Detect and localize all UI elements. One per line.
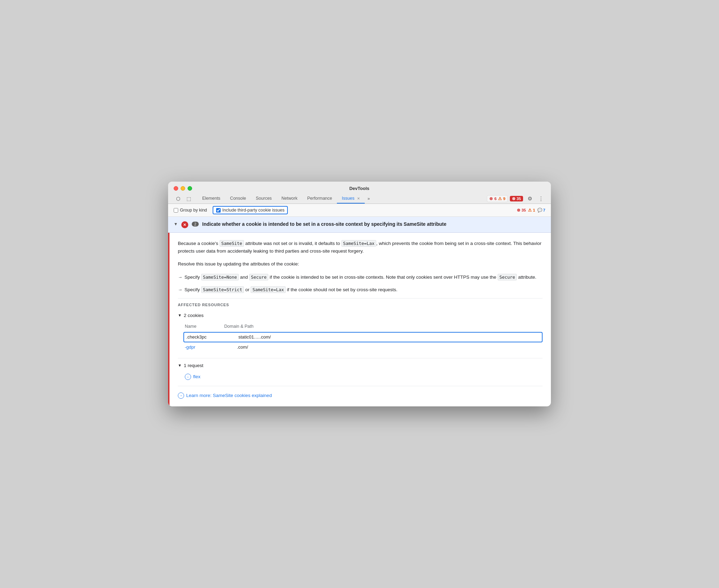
secure-code-1: Secure [249, 274, 268, 280]
window-title: DevTools [198, 186, 521, 191]
filter-warning-icon: ⚠ [528, 208, 532, 213]
include-third-party-input[interactable] [216, 208, 221, 213]
cookie-row-2[interactable]: -gdpr .com/ [183, 342, 543, 352]
samesite-lax-code: SameSite=Lax [341, 240, 376, 247]
cookies-collapsible[interactable]: ▼ 2 cookies [178, 312, 543, 319]
tab-issues[interactable]: Issues ✕ [337, 194, 365, 204]
error-count: 6 [494, 197, 496, 201]
group-by-kind-checkbox[interactable]: Group by kind [174, 208, 207, 213]
filter-error-count: ⊗ 35 [517, 208, 526, 213]
request-flex-link[interactable]: ↓ flex [185, 373, 543, 381]
request-collapsible[interactable]: ▼ 1 request [178, 362, 543, 370]
divider-3 [178, 386, 543, 386]
bullet-1-text: Specify SameSite=None and Secure if the … [184, 273, 536, 281]
cookie-1-name: .check3pc [186, 334, 228, 341]
group-by-kind-input[interactable] [174, 208, 178, 213]
learn-more-link[interactable]: → Learn more: SameSite cookies explained [178, 392, 543, 399]
tab-elements[interactable]: Elements [197, 194, 225, 204]
bullet-1: → Specify SameSite=None and Secure if th… [178, 273, 543, 281]
group-by-kind-label: Group by kind [180, 208, 207, 213]
tab-console[interactable]: Console [225, 194, 251, 204]
cookies-count-label: 2 cookies [184, 312, 204, 319]
error-badge-icon: ⊗ [512, 196, 515, 201]
samesite-none-code: SameSite=None [201, 274, 239, 280]
col-name-header: Name [185, 323, 196, 330]
cookie-table-header: Name Domain & Path [183, 323, 543, 330]
toolbar-right: ⊗ 6 ⚠ 9 ⊗ 35 ⚙ ⋮ [487, 194, 545, 203]
issue-collapse-arrow[interactable]: ▼ [174, 222, 178, 227]
more-tabs-icon[interactable]: » [365, 194, 373, 203]
issue-count: 2 [192, 222, 199, 227]
issue-error-icon: ✕ [181, 221, 188, 228]
warning-count: 9 [503, 197, 505, 201]
filter-counts: ⊗ 35 ⚠ 1 💬 7 [517, 208, 545, 213]
issue-title: Indicate whether a cookie is intended to… [202, 221, 447, 228]
toolbar-icon-group: ⬡ ⬚ [174, 194, 193, 203]
cookie-2-domain: .com/ [237, 344, 248, 351]
request-download-icon: ↓ [185, 374, 191, 380]
cookie-1-domain: static01.….com/ [238, 334, 271, 341]
minimize-button[interactable] [181, 186, 185, 191]
device-icon[interactable]: ⬚ [184, 194, 193, 203]
issue-content: Because a cookie's SameSite attribute wa… [169, 233, 551, 406]
error-badge-count: 35 [516, 197, 521, 201]
affected-resources-label: AFFECTED RESOURCES [178, 302, 543, 308]
request-row: ↓ flex [178, 373, 543, 381]
learn-more-label: Learn more: SameSite cookies explained [186, 392, 272, 399]
include-third-party-label: Include third-party cookie issues [222, 208, 285, 213]
tab-close-icon[interactable]: ✕ [357, 197, 360, 200]
toolbar: ⬡ ⬚ Elements Console Sources Network Per… [174, 194, 545, 204]
cookie-row-1[interactable]: .check3pc static01.….com/ [183, 332, 543, 343]
cookie-table: Name Domain & Path .check3pc static01.….… [183, 323, 543, 353]
filter-warning-count: ⚠ 1 [528, 208, 535, 213]
resolve-text: Resolve this issue by updating the attri… [178, 260, 543, 268]
more-options-icon[interactable]: ⋮ [536, 194, 545, 203]
tab-sources[interactable]: Sources [251, 194, 277, 204]
error-warning-badge: ⊗ 6 ⚠ 9 [487, 195, 508, 202]
title-bar: DevTools ⬡ ⬚ Elements Console Sources Ne… [168, 182, 551, 204]
divider-1 [178, 298, 543, 299]
arrow-icon-1: → [178, 274, 182, 281]
traffic-lights [174, 186, 192, 191]
tab-performance[interactable]: Performance [302, 194, 337, 204]
devtools-window: DevTools ⬡ ⬚ Elements Console Sources Ne… [168, 182, 551, 406]
request-link-label: flex [193, 373, 200, 381]
request-arrow-icon: ▼ [178, 363, 182, 369]
filter-bar: Group by kind Include third-party cookie… [168, 204, 551, 217]
issue-description: Because a cookie's SameSite attribute wa… [178, 240, 543, 255]
col-domain-header: Domain & Path [224, 323, 253, 330]
samesite-code: SameSite [220, 240, 244, 247]
include-third-party-checkbox-group[interactable]: Include third-party cookie issues [213, 206, 288, 214]
maximize-button[interactable] [188, 186, 192, 191]
filter-error-icon: ⊗ [517, 208, 520, 213]
pointer-icon[interactable]: ⬡ [174, 194, 183, 203]
close-button[interactable] [174, 186, 178, 191]
filter-info-icon: 💬 [537, 208, 542, 213]
learn-more-icon: → [178, 392, 184, 399]
error-icon: ⊗ [489, 196, 493, 201]
issue-header[interactable]: ▼ ✕ 2 Indicate whether a cookie is inten… [168, 217, 551, 233]
bullet-2-text: Specify SameSite=Strict or SameSite=Lax … [184, 286, 397, 294]
arrow-icon-2: → [178, 286, 182, 294]
bullet-2: → Specify SameSite=Strict or SameSite=La… [178, 286, 543, 294]
cookies-arrow-icon: ▼ [178, 312, 182, 319]
secure-code-2: Secure [498, 274, 517, 280]
error-count-badge: ⊗ 35 [510, 196, 523, 201]
settings-icon[interactable]: ⚙ [525, 194, 534, 203]
tab-network[interactable]: Network [277, 194, 302, 204]
samesite-lax-code-2: SameSite=Lax [251, 286, 285, 293]
tab-bar: Elements Console Sources Network Perform… [197, 194, 373, 204]
request-count-label: 1 request [184, 362, 203, 370]
cookie-2-name[interactable]: -gdpr [185, 344, 227, 351]
warning-icon: ⚠ [498, 196, 502, 201]
samesite-strict-code: SameSite=Strict [201, 286, 244, 293]
divider-2 [178, 358, 543, 358]
issue-body: Because a cookie's SameSite attribute wa… [168, 233, 551, 406]
filter-info-count: 💬 7 [537, 208, 545, 213]
